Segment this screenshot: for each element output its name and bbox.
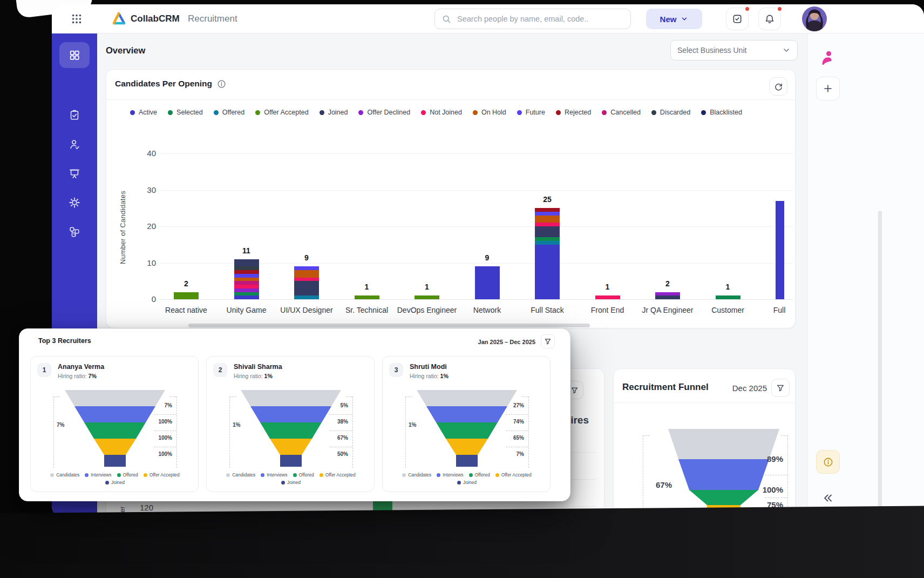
funnel-legend-item: Offered — [469, 472, 490, 478]
bracket-tick — [330, 414, 352, 415]
bracket-tick — [506, 447, 528, 447]
y-tick-20: 20 — [123, 221, 156, 231]
funnel-legend-item: Offer Accepted — [144, 472, 180, 478]
bar-full-stack-selected[interactable] — [535, 237, 560, 241]
bracket-tick — [346, 396, 352, 397]
bar-network-active[interactable] — [475, 266, 500, 299]
bar-full-stack-active[interactable] — [535, 245, 560, 299]
bar-jr-qa-engineer-joined[interactable] — [655, 295, 680, 299]
legend-label: Interviews — [267, 472, 287, 478]
gridline-40 — [160, 153, 793, 154]
legend-dot — [320, 473, 323, 477]
bar-ui-ux-designer-future[interactable] — [294, 266, 319, 270]
bar-devops-engineer-offer-accepted[interactable] — [415, 295, 439, 299]
bracket-tick — [154, 431, 176, 431]
bar-full-stack-not-joined[interactable] — [535, 223, 560, 226]
recruitment-funnel-panel: Recruitment Funnel Dec 2025 67%89%100%75… — [613, 368, 796, 517]
vertical-scrollbar[interactable] — [878, 211, 882, 513]
bar-value-label: 1 — [351, 283, 383, 291]
legend-dot — [457, 481, 461, 485]
new-button[interactable]: New — [646, 9, 702, 29]
bar-full-stack-offered[interactable] — [535, 241, 560, 245]
notifications-button[interactable] — [758, 8, 781, 30]
sidebar-item-dashboard[interactable] — [59, 42, 90, 68]
bar-full-stack-rejected[interactable] — [535, 208, 560, 212]
row-divider — [484, 506, 596, 507]
avatar-photo — [802, 6, 827, 31]
bar-unity-game-cancelled[interactable] — [234, 281, 259, 285]
collapse-rail-button[interactable] — [820, 490, 835, 506]
bar-react-native-offer-accepted[interactable] — [174, 292, 199, 300]
assistant-button[interactable] — [818, 49, 837, 68]
sidebar-item-org-structure[interactable] — [52, 221, 97, 243]
bar-full-stack-on-hold[interactable] — [535, 216, 560, 223]
funnel-stage-label: 100% — [143, 419, 172, 425]
stacked-bar-chart: 0102030402React native11Unity Game9UI/UX… — [106, 70, 796, 329]
funnel-left-bracket — [405, 396, 406, 468]
bar-unity-game-rejected[interactable] — [234, 270, 259, 274]
funnel-legend-row: Joined — [457, 480, 477, 485]
new-button-label: New — [660, 15, 677, 24]
hiring-ratio-value: 7% — [89, 373, 97, 379]
legend-dot — [85, 473, 89, 477]
sidebar-item-interviews[interactable] — [52, 163, 97, 184]
bar-front-end-not-joined[interactable] — [595, 295, 620, 299]
bar-full-stack-future[interactable] — [535, 212, 560, 216]
bar-unity-game-active[interactable] — [234, 295, 259, 299]
recruiter-card-3: 3Shruti ModiHiring ratio: 1%1%27%74%65%7… — [382, 356, 551, 492]
user-avatar[interactable] — [802, 6, 827, 31]
funnel-overall-label: 1% — [409, 422, 416, 428]
bar-unity-game-joined[interactable] — [234, 259, 259, 267]
funnel-legend-row: Joined — [105, 480, 125, 485]
sidebar-item-requisitions[interactable] — [52, 104, 97, 126]
bar-unity-game-on-hold[interactable] — [234, 278, 259, 281]
x-axis-label: Full — [749, 306, 810, 314]
bar-unity-game-discarded[interactable] — [234, 266, 259, 270]
y-tick-40: 40 — [123, 149, 156, 158]
org-chart-icon — [69, 226, 80, 238]
bar-sr-technical-offer-accepted[interactable] — [355, 295, 379, 299]
double-chevron-left-icon — [822, 492, 834, 504]
x-axis-label: Network — [457, 306, 518, 314]
bar-ui-ux-designer-offered[interactable] — [294, 295, 319, 299]
legend-label: Joined — [287, 480, 301, 485]
bar-unity-game-offer-declined[interactable] — [234, 288, 259, 292]
bar-jr-qa-engineer-offer-declined[interactable] — [655, 292, 680, 296]
recruiter-hiring-ratio: Hiring ratio: 1% — [234, 373, 273, 379]
recruitment-funnel-chart: 67%89%100%75% — [614, 369, 796, 517]
legend-dot — [144, 473, 147, 477]
bar-full-active[interactable] — [776, 201, 784, 299]
assistant-person-icon — [818, 49, 836, 67]
funnel-overall-label: 1% — [233, 422, 240, 428]
sidebar-item-candidates[interactable] — [52, 133, 97, 155]
funnel-stage-label: 7% — [495, 451, 524, 457]
bar-ui-ux-designer-not-joined[interactable] — [294, 278, 319, 281]
bar-customer-selected[interactable] — [716, 295, 740, 299]
help-info-button[interactable] — [816, 450, 840, 474]
funnel-spout — [280, 455, 302, 467]
bar-unity-game-selected[interactable] — [234, 292, 259, 296]
funnel-legend-item: Offer Accepted — [495, 472, 532, 478]
add-widget-button[interactable] — [816, 77, 840, 100]
funnel-left-bracket — [229, 396, 230, 468]
bar-unity-game-future[interactable] — [234, 274, 259, 278]
bracket-tick — [781, 435, 787, 436]
bracket-tick — [643, 435, 649, 436]
tasks-button[interactable] — [726, 8, 749, 30]
bracket-tick — [229, 396, 236, 397]
business-unit-select[interactable]: Select Business Unit — [670, 40, 798, 61]
global-search[interactable] — [434, 9, 631, 29]
bracket-tick — [330, 447, 352, 447]
bar-ui-ux-designer-joined[interactable] — [294, 281, 319, 295]
recruiter-card-1: 1Ananya VermaHiring ratio: 7%7%7%100%100… — [30, 356, 199, 492]
app-launcher-icon[interactable] — [70, 12, 83, 25]
search-input[interactable] — [456, 14, 624, 24]
sidebar-item-settings[interactable] — [52, 192, 97, 213]
funnel-legend-item: Offered — [293, 472, 314, 478]
chart-horizontal-scrollbar[interactable] — [188, 324, 590, 327]
bar-full-stack-joined[interactable] — [535, 226, 560, 237]
hiring-ratio-value: 1% — [440, 373, 449, 379]
legend-label: Interviews — [91, 472, 111, 478]
bar-unity-game-not-joined[interactable] — [234, 285, 259, 288]
bar-ui-ux-designer-on-hold[interactable] — [294, 270, 319, 278]
